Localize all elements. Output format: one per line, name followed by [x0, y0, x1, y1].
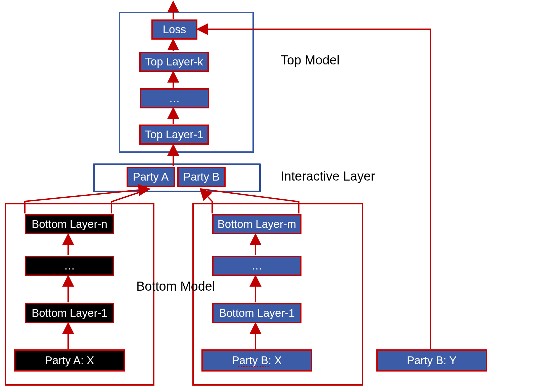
- party-b-input: Party B: X: [201, 349, 312, 372]
- loss-text: Loss: [163, 23, 186, 36]
- top-layer-1-block: Top Layer-1: [139, 125, 209, 145]
- party-a-text: Party A: [133, 170, 169, 183]
- bottom-b-layer-1: Bottom Layer-1: [212, 303, 301, 323]
- interactive-layer-label: Interactive Layer: [281, 169, 375, 184]
- bottom-b-ellipsis-text: …: [251, 259, 263, 272]
- top-ellipsis-block: …: [140, 88, 209, 108]
- bottom-b-layer-m: Bottom Layer-m: [212, 214, 301, 234]
- bottom-model-label: Bottom Model: [136, 279, 215, 294]
- top-layer-k-text: Top Layer-k: [145, 55, 203, 68]
- bottom-b-layer-1-text: Bottom Layer-1: [219, 307, 295, 320]
- bottom-a-layer-n: Bottom Layer-n: [25, 214, 114, 234]
- top-model-label: Top Model: [281, 53, 339, 67]
- top-layer-k-block: Top Layer-k: [139, 52, 209, 72]
- party-b-labels-text: Party B: Y: [407, 354, 457, 367]
- bottom-a-ellipsis-text: …: [64, 259, 75, 272]
- bottom-b-layer-m-text: Bottom Layer-m: [218, 218, 296, 231]
- party-a-input: Party A: X: [14, 349, 125, 372]
- bottom-a-layer-n-text: Bottom Layer-n: [32, 218, 107, 231]
- bottom-a-layer-1-text: Bottom Layer-1: [32, 307, 107, 320]
- top-ellipsis-text: …: [169, 92, 180, 105]
- diagram-canvas: Loss Top Layer-k … Top Layer-1 Party A P…: [0, 0, 560, 392]
- party-b-text: Party B: [183, 170, 220, 183]
- loss-block: Loss: [151, 19, 197, 40]
- party-a-input-text: Party A: X: [45, 354, 94, 367]
- party-a-slot: Party A: [127, 167, 175, 187]
- interactive-layer-group: [93, 163, 261, 192]
- party-b-labels: Party B: Y: [376, 349, 487, 372]
- party-b-input-text: Party B: X: [232, 354, 282, 367]
- bottom-b-ellipsis: …: [212, 256, 301, 276]
- bottom-a-layer-1: Bottom Layer-1: [25, 303, 114, 323]
- bottom-a-ellipsis: …: [25, 256, 114, 276]
- party-b-slot: Party B: [177, 167, 226, 187]
- top-layer-1-text: Top Layer-1: [145, 128, 203, 141]
